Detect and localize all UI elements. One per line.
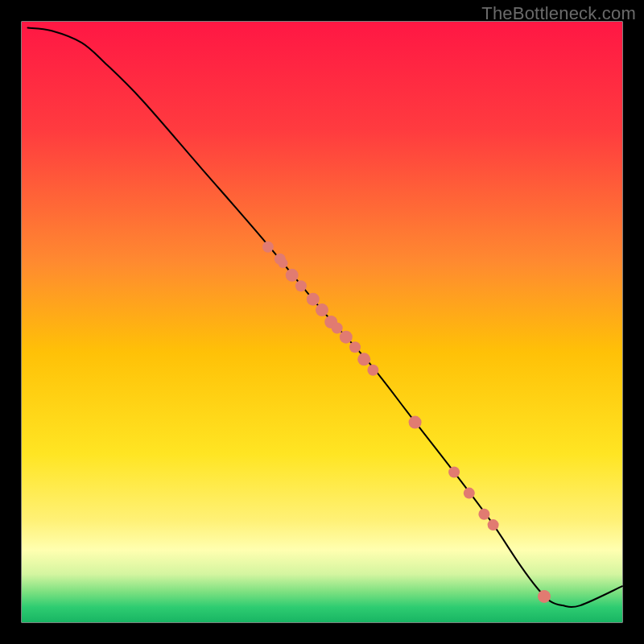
data-point [279, 258, 288, 268]
data-point [367, 365, 378, 376]
chart-plot [0, 0, 644, 644]
data-point [478, 509, 489, 520]
data-point [332, 323, 343, 334]
data-point [340, 331, 353, 344]
data-point [307, 293, 320, 306]
data-point [488, 519, 499, 530]
chart-container: TheBottleneck.com [0, 0, 644, 644]
watermark-text: TheBottleneck.com [481, 3, 636, 24]
data-point [448, 467, 460, 478]
data-point [409, 416, 422, 429]
data-point [464, 488, 475, 499]
plot-background [22, 22, 622, 622]
data-point [357, 353, 370, 365]
data-point [286, 269, 299, 282]
data-point [316, 303, 328, 316]
data-point [262, 242, 274, 253]
data-point [538, 590, 551, 603]
data-point [349, 341, 361, 353]
data-point [295, 280, 307, 291]
